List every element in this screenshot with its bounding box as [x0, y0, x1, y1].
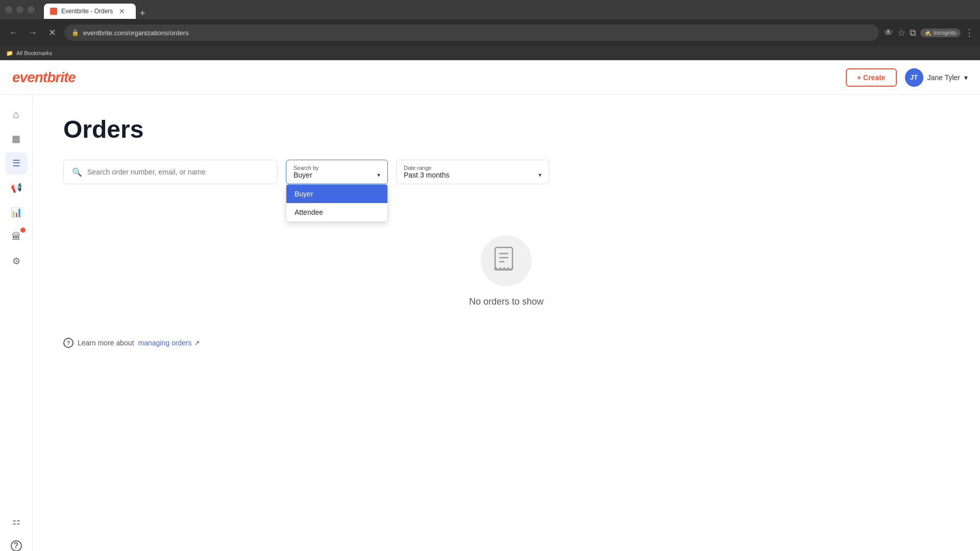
option-attendee[interactable]: Attendee	[286, 203, 387, 221]
marketing-icon: 📢	[11, 182, 22, 193]
svg-rect-0	[495, 247, 512, 270]
calendar-icon: ▦	[12, 133, 20, 144]
user-name: Jane Tyler	[927, 73, 960, 82]
search-icon: 🔍	[72, 167, 82, 177]
sidebar-item-finance[interactable]: 🏛	[5, 226, 28, 248]
orders-icon: ☰	[12, 158, 20, 169]
user-menu[interactable]: JT Jane Tyler ▾	[905, 68, 968, 87]
help-text: ? Learn more about managing orders ↗	[63, 338, 949, 348]
active-tab[interactable]: Eventbrite - Orders ✕	[44, 4, 136, 19]
search-box[interactable]: 🔍	[63, 160, 278, 184]
date-range-label: Date range	[404, 165, 542, 171]
sidebar: ⌂ ▦ ☰ 📢 📊 🏛 ⚙ ⚏	[0, 95, 33, 551]
top-nav-right: + Create JT Jane Tyler ▾	[846, 68, 968, 87]
home-icon: ⌂	[13, 109, 19, 120]
main-area: ⌂ ▦ ☰ 📢 📊 🏛 ⚙ ⚏	[0, 95, 980, 551]
maximize-button[interactable]	[16, 6, 23, 13]
new-tab-button[interactable]: +	[136, 8, 150, 19]
empty-state-text: No orders to show	[469, 296, 544, 307]
empty-state: No orders to show	[63, 205, 949, 328]
browser-toolbar: ← → ✕ 🔒 eventbrite.com/organizations/ord…	[0, 19, 980, 46]
star-icon[interactable]: ☆	[897, 27, 905, 38]
browser-chrome: Eventbrite - Orders ✕ + ← → ✕ 🔒 eventbri…	[0, 0, 980, 46]
finance-badge	[20, 228, 26, 233]
create-button[interactable]: + Create	[846, 68, 897, 87]
incognito-icon: 🕵	[924, 30, 932, 36]
toolbar-actions: 👁 ☆ ⧉ 🕵 Incognito ⋮	[884, 27, 974, 38]
browser-titlebar: Eventbrite - Orders ✕ +	[0, 0, 980, 19]
date-range-value: Past 3 months ▾	[404, 171, 542, 179]
search-by-chevron-icon: ▾	[377, 171, 380, 179]
tab-bar: Eventbrite - Orders ✕ +	[39, 1, 155, 19]
back-button[interactable]: ←	[6, 26, 20, 40]
forward-button[interactable]: →	[26, 26, 40, 40]
external-link-icon: ↗	[194, 339, 200, 347]
empty-icon-circle	[481, 235, 532, 286]
search-by-label: Search by	[293, 165, 380, 171]
bookmarks-label[interactable]: All Bookmarks	[16, 50, 52, 56]
sidebar-item-analytics[interactable]: 📊	[5, 201, 28, 223]
eventbrite-logo[interactable]: eventbrite	[12, 69, 76, 86]
date-range-chevron-icon: ▾	[538, 171, 542, 179]
incognito-indicator: 🕵 Incognito	[920, 29, 961, 37]
tab-title: Eventbrite - Orders	[61, 8, 113, 15]
help-prefix: Learn more about	[78, 339, 134, 347]
bookmarks-bar: 📁 All Bookmarks	[0, 46, 980, 60]
settings-icon: ⚙	[12, 256, 20, 267]
split-view-icon[interactable]: ⧉	[910, 28, 916, 38]
filters-row: 🔍 Search by Buyer ▾ Buyer	[63, 160, 949, 184]
apps-icon: ⚏	[12, 516, 20, 527]
managing-orders-link[interactable]: managing orders ↗	[138, 339, 200, 347]
sidebar-item-calendar[interactable]: ▦	[5, 128, 28, 150]
search-by-dropdown-wrapper: Search by Buyer ▾ Buyer Attendee	[286, 160, 388, 184]
page-title: Orders	[63, 115, 949, 143]
sidebar-item-settings[interactable]: ⚙	[5, 250, 28, 272]
lock-icon: 🔒	[71, 29, 79, 36]
option-buyer[interactable]: Buyer	[286, 185, 387, 203]
user-avatar: JT	[905, 68, 923, 87]
sidebar-item-orders[interactable]: ☰	[5, 152, 28, 174]
analytics-icon: 📊	[11, 207, 22, 218]
search-by-menu: Buyer Attendee	[286, 184, 388, 222]
menu-button[interactable]: ⋮	[965, 27, 974, 38]
help-info-icon: ?	[63, 338, 74, 348]
eye-off-icon: 👁	[884, 28, 893, 38]
finance-icon: 🏛	[12, 232, 21, 242]
search-input[interactable]	[87, 168, 269, 176]
tab-favicon	[50, 8, 57, 15]
close-button[interactable]	[28, 6, 35, 13]
search-by-value: Buyer ▾	[293, 171, 380, 179]
sidebar-item-home[interactable]: ⌂	[5, 103, 28, 126]
empty-orders-icon	[493, 246, 520, 275]
minimize-button[interactable]	[5, 6, 12, 13]
sidebar-item-marketing[interactable]: 📢	[5, 177, 28, 199]
user-chevron-icon: ▾	[964, 73, 968, 82]
sidebar-item-apps[interactable]: ⚏	[5, 510, 28, 533]
bookmarks-folder-icon: 📁	[6, 50, 13, 57]
page-content: Orders 🔍 Search by Buyer ▾	[33, 95, 980, 551]
search-by-dropdown[interactable]: Search by Buyer ▾	[286, 160, 388, 184]
top-nav: eventbrite + Create JT Jane Tyler ▾	[0, 60, 980, 95]
window-controls	[5, 6, 35, 13]
tab-close-button[interactable]: ✕	[119, 7, 125, 15]
address-bar[interactable]: 🔒 eventbrite.com/organizations/orders	[64, 24, 879, 41]
date-range-dropdown[interactable]: Date range Past 3 months ▾	[396, 160, 549, 184]
url-display: eventbrite.com/organizations/orders	[83, 29, 189, 37]
sidebar-item-help[interactable]: ?	[5, 535, 28, 551]
help-icon: ?	[11, 540, 22, 551]
app-container: eventbrite + Create JT Jane Tyler ▾ ⌂ ▦ …	[0, 60, 980, 551]
reload-button[interactable]: ✕	[45, 26, 59, 40]
